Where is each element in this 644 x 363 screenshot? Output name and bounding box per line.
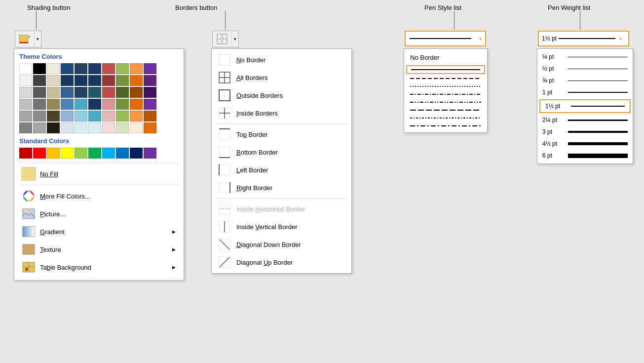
- standard-color-cell[interactable]: [88, 148, 101, 159]
- shading-dropdown-arrow[interactable]: ▾: [34, 32, 41, 46]
- theme-color-cell[interactable]: [130, 63, 143, 74]
- pen-style-dash-dot-dot-item[interactable]: [406, 99, 485, 106]
- all-borders-item[interactable]: All Borders: [212, 69, 351, 86]
- pen-weight-dropdown-arrow[interactable]: ▾: [615, 36, 625, 41]
- pen-style-dotted-item[interactable]: [406, 83, 485, 90]
- theme-color-cell[interactable]: [102, 99, 115, 110]
- theme-color-cell[interactable]: [33, 63, 46, 74]
- theme-color-cell[interactable]: [75, 87, 87, 98]
- theme-color-cell[interactable]: [130, 122, 143, 133]
- theme-color-cell[interactable]: [88, 87, 101, 98]
- theme-color-cell[interactable]: [33, 111, 46, 121]
- theme-color-cell[interactable]: [19, 99, 32, 110]
- theme-color-cell[interactable]: [61, 87, 74, 98]
- theme-color-cell[interactable]: [88, 63, 101, 74]
- standard-color-cell[interactable]: [116, 148, 129, 159]
- pen-weight-button[interactable]: 1½ pt ▾: [538, 31, 629, 46]
- theme-color-cell[interactable]: [130, 87, 143, 98]
- standard-color-cell[interactable]: [19, 148, 32, 159]
- standard-color-cell[interactable]: [47, 148, 60, 159]
- pw-three-item[interactable]: 3 pt: [537, 126, 633, 138]
- theme-color-cell[interactable]: [116, 63, 129, 74]
- standard-color-cell[interactable]: [33, 148, 46, 159]
- theme-color-cell[interactable]: [33, 75, 46, 86]
- theme-color-cell[interactable]: [102, 75, 115, 86]
- theme-color-cell[interactable]: [75, 111, 87, 121]
- theme-color-cell[interactable]: [130, 111, 143, 121]
- standard-color-cell[interactable]: [75, 148, 87, 159]
- pw-six-item[interactable]: 6 pt: [537, 150, 633, 161]
- theme-color-cell[interactable]: [144, 111, 156, 121]
- pen-style-solid-item[interactable]: [406, 65, 485, 74]
- theme-color-cell[interactable]: [33, 87, 46, 98]
- theme-color-cell[interactable]: [47, 122, 60, 133]
- theme-color-cell[interactable]: [61, 111, 74, 121]
- theme-color-cell[interactable]: [116, 99, 129, 110]
- pw-one-half-item[interactable]: 1½ pt: [539, 99, 631, 113]
- theme-color-cell[interactable]: [116, 75, 129, 86]
- texture-item[interactable]: Texture ►: [19, 241, 179, 258]
- standard-color-cell[interactable]: [61, 148, 74, 159]
- theme-color-cell[interactable]: [47, 87, 60, 98]
- theme-color-cell[interactable]: [144, 99, 156, 110]
- diagonal-down-item[interactable]: Diagonal Down Border: [212, 236, 351, 253]
- more-fill-colors-item[interactable]: More Fill Colors...: [19, 187, 179, 205]
- diagonal-up-item[interactable]: Diagonal Up Border: [212, 253, 351, 271]
- theme-color-cell[interactable]: [19, 63, 32, 74]
- bottom-border-item[interactable]: Bottom Border: [212, 143, 351, 161]
- theme-color-cell[interactable]: [47, 63, 60, 74]
- theme-color-cell[interactable]: [144, 75, 156, 86]
- theme-color-cell[interactable]: [75, 75, 87, 86]
- pen-style-no-border-label[interactable]: No Border: [404, 51, 487, 64]
- theme-color-cell[interactable]: [116, 122, 129, 133]
- gradient-item[interactable]: Gradient ►: [19, 223, 179, 241]
- pen-style-dashed-item[interactable]: [406, 75, 485, 82]
- standard-color-cell[interactable]: [144, 148, 156, 159]
- pw-quarter-item[interactable]: ¼ pt: [537, 51, 633, 63]
- theme-color-cell[interactable]: [19, 122, 32, 133]
- pen-style-dash-dot2-item[interactable]: [406, 115, 485, 121]
- theme-color-cell[interactable]: [116, 111, 129, 121]
- right-border-item[interactable]: Right Border: [212, 179, 351, 197]
- pen-style-long-dash-item[interactable]: [406, 107, 485, 114]
- borders-button[interactable]: ▾: [212, 31, 239, 47]
- theme-color-cell[interactable]: [88, 75, 101, 86]
- inside-h-border-item[interactable]: Inside Horizontal Border: [212, 200, 351, 218]
- pw-three-quarter-item[interactable]: ¾ pt: [537, 75, 633, 86]
- pen-style-dash-dot-item[interactable]: [406, 91, 485, 98]
- theme-color-cell[interactable]: [61, 63, 74, 74]
- theme-color-cell[interactable]: [47, 99, 60, 110]
- theme-color-cell[interactable]: [88, 111, 101, 121]
- theme-color-cell[interactable]: [19, 111, 32, 121]
- theme-color-cell[interactable]: [144, 63, 156, 74]
- theme-color-cell[interactable]: [47, 75, 60, 86]
- standard-color-cell[interactable]: [102, 148, 115, 159]
- theme-color-cell[interactable]: [116, 87, 129, 98]
- pw-four-half-item[interactable]: 4½ pt: [537, 138, 633, 150]
- no-border-item[interactable]: No Border: [212, 51, 351, 69]
- shading-button[interactable]: ▾: [15, 31, 41, 47]
- theme-color-cell[interactable]: [33, 122, 46, 133]
- theme-color-cell[interactable]: [75, 63, 87, 74]
- pen-style-button[interactable]: ▾: [405, 31, 486, 46]
- theme-color-cell[interactable]: [130, 75, 143, 86]
- inside-v-border-item[interactable]: Inside Vertical Border: [212, 218, 351, 236]
- pen-style-dash-dot-dot2-item[interactable]: [406, 122, 485, 129]
- theme-color-cell[interactable]: [102, 87, 115, 98]
- theme-color-cell[interactable]: [33, 99, 46, 110]
- theme-color-cell[interactable]: [144, 122, 156, 133]
- no-fill-item[interactable]: No Fill: [19, 165, 179, 183]
- theme-color-cell[interactable]: [102, 63, 115, 74]
- pen-style-dropdown-arrow[interactable]: ▾: [475, 36, 485, 41]
- table-background-item[interactable]: Table Background ►: [19, 258, 179, 276]
- theme-color-cell[interactable]: [88, 122, 101, 133]
- theme-color-cell[interactable]: [61, 122, 74, 133]
- top-border-item[interactable]: Top Border: [212, 125, 351, 143]
- theme-color-cell[interactable]: [102, 122, 115, 133]
- pw-two-quarter-item[interactable]: 2¼ pt: [537, 114, 633, 126]
- theme-color-cell[interactable]: [61, 75, 74, 86]
- standard-color-cell[interactable]: [130, 148, 143, 159]
- left-border-item[interactable]: Left Border: [212, 161, 351, 179]
- theme-color-cell[interactable]: [75, 122, 87, 133]
- picture-item[interactable]: Picture...: [19, 205, 179, 223]
